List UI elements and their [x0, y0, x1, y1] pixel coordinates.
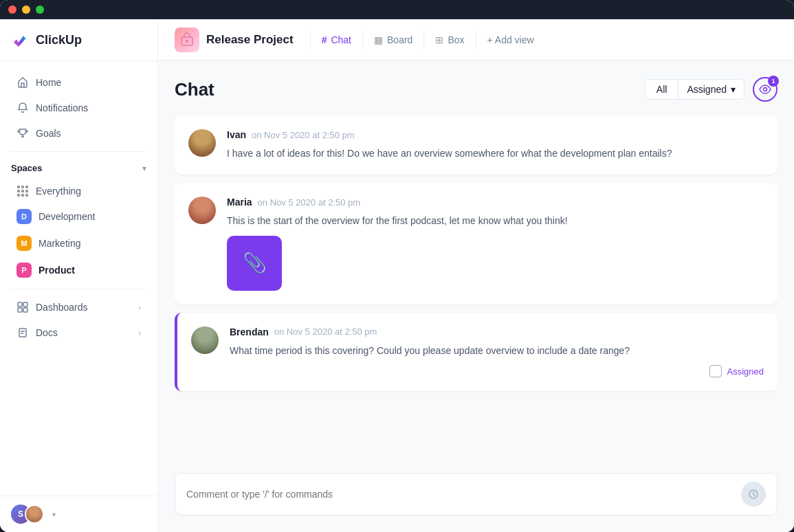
eye-button[interactable]: 1: [753, 77, 778, 102]
brendan-author: Brendan: [230, 326, 269, 337]
sidebar-item-home[interactable]: Home: [5, 70, 152, 95]
dashboards-chevron-icon: ›: [138, 303, 141, 311]
assigned-label: Assigned: [727, 366, 764, 377]
send-button[interactable]: [741, 482, 766, 507]
clickup-logo-icon: [11, 30, 30, 49]
tab-chat[interactable]: # Chat: [313, 29, 360, 51]
project-icon: [175, 27, 199, 52]
sidebar-item-marketing[interactable]: M Marketing: [5, 230, 152, 256]
maria-text: This is the start of the overview for th…: [227, 213, 764, 228]
maria-author: Maria: [227, 197, 252, 208]
tab-box[interactable]: ⊞ Box: [427, 29, 472, 51]
topbar: Release Project # Chat ▦ Board ⊞ Box: [158, 19, 794, 60]
eye-badge: 1: [768, 76, 779, 87]
sidebar-item-docs[interactable]: Docs ›: [5, 320, 152, 345]
tab-divider: [310, 32, 311, 48]
sidebar-item-everything[interactable]: Everything: [5, 179, 152, 203]
maximize-dot[interactable]: [36, 5, 44, 14]
assigned-filter-chevron-icon: ▾: [731, 84, 736, 95]
svg-point-6: [764, 88, 767, 91]
maria-message-content: Maria on Nov 5 2020 at 2:50 pm This is t…: [227, 197, 764, 290]
sidebar-item-goals[interactable]: Goals: [5, 121, 152, 146]
sidebar-item-development[interactable]: D Development: [5, 203, 152, 230]
main-content: Release Project # Chat ▦ Board ⊞ Box: [158, 19, 794, 532]
sidebar-item-notifications[interactable]: Notifications: [5, 96, 152, 120]
box-icon: ⊞: [435, 34, 443, 45]
ivan-author: Ivan: [227, 129, 246, 140]
sidebar-item-dashboards[interactable]: Dashboards ›: [5, 295, 152, 320]
avatar-user: [25, 505, 44, 524]
trophy-icon: [16, 127, 29, 140]
tab-board[interactable]: ▦ Board: [366, 29, 421, 51]
ivan-message-content: Ivan on Nov 5 2020 at 2:50 pm I have a l…: [227, 129, 764, 161]
spaces-section-header: Spaces ▾: [0, 157, 157, 179]
spaces-chevron-icon[interactable]: ▾: [142, 164, 146, 173]
tab-divider-4: [476, 32, 476, 48]
comment-input[interactable]: [186, 489, 741, 500]
logo[interactable]: ClickUp: [11, 30, 146, 49]
maria-time: on Nov 5 2020 at 2:50 pm: [258, 197, 361, 208]
svg-rect-0: [18, 302, 22, 307]
docs-chevron-icon: ›: [138, 329, 141, 337]
tab-divider-2: [362, 32, 363, 48]
docs-icon: [16, 326, 29, 339]
attachment-thumbnail[interactable]: 📎: [227, 236, 282, 291]
home-icon: [16, 76, 29, 89]
brendan-text: What time period is this covering? Could…: [230, 343, 764, 358]
filter-all-button[interactable]: All: [645, 79, 679, 100]
board-icon: ▦: [374, 34, 383, 45]
chat-hash-icon: #: [322, 34, 327, 45]
svg-rect-3: [23, 308, 27, 312]
user-avatar-group[interactable]: S: [11, 505, 44, 524]
marketing-badge: M: [16, 236, 32, 251]
titlebar: [0, 0, 794, 19]
chat-title: Chat: [175, 79, 214, 100]
svg-rect-2: [18, 308, 22, 312]
development-badge: D: [16, 209, 32, 224]
table-row: Maria on Nov 5 2020 at 2:50 pm This is t…: [175, 183, 778, 304]
table-row: Ivan on Nov 5 2020 at 2:50 pm I have a l…: [175, 115, 778, 175]
footer-chevron-icon[interactable]: ▾: [52, 511, 56, 518]
chat-header: Chat All Assigned ▾ 1: [175, 77, 778, 102]
ivan-avatar: [188, 129, 216, 157]
brendan-message-content: Brendan on Nov 5 2020 at 2:50 pm What ti…: [230, 326, 764, 377]
ivan-meta: Ivan on Nov 5 2020 at 2:50 pm: [227, 129, 764, 140]
assigned-checkbox[interactable]: [709, 365, 722, 377]
brendan-time: on Nov 5 2020 at 2:50 pm: [274, 326, 377, 337]
minimize-dot[interactable]: [22, 5, 30, 14]
table-row: Brendan on Nov 5 2020 at 2:50 pm What ti…: [175, 313, 778, 391]
filter-assigned-button[interactable]: Assigned ▾: [679, 79, 745, 100]
messages-list: Ivan on Nov 5 2020 at 2:50 pm I have a l…: [175, 115, 778, 462]
maria-avatar: [188, 197, 216, 224]
sidebar-item-product[interactable]: P Product: [5, 257, 152, 283]
brendan-meta: Brendan on Nov 5 2020 at 2:50 pm: [230, 326, 764, 337]
svg-rect-1: [23, 302, 27, 307]
brendan-avatar: [191, 326, 219, 354]
ivan-time: on Nov 5 2020 at 2:50 pm: [252, 130, 355, 140]
dashboards-icon: [16, 301, 29, 313]
tab-divider-3: [423, 32, 424, 48]
close-dot[interactable]: [8, 5, 16, 14]
add-view-button[interactable]: + Add view: [479, 29, 542, 51]
grid-everything-icon: [16, 185, 29, 197]
assigned-row: Assigned: [230, 365, 764, 377]
sidebar: ClickUp Home Notifications: [0, 19, 158, 532]
bell-icon: [16, 102, 29, 114]
paperclip-icon: 📎: [243, 252, 267, 274]
sidebar-footer: S ▾: [0, 496, 157, 532]
maria-meta: Maria on Nov 5 2020 at 2:50 pm: [227, 197, 764, 208]
chat-filters: All Assigned ▾: [645, 79, 745, 100]
chat-area: Chat All Assigned ▾ 1: [158, 60, 794, 532]
ivan-text: I have a lot of ideas for this! Do we ha…: [227, 146, 764, 161]
svg-point-5: [186, 40, 188, 43]
comment-input-area[interactable]: [175, 473, 778, 516]
project-title: Release Project: [206, 33, 294, 47]
send-icon: [747, 488, 760, 500]
divider-2: [11, 289, 146, 289]
divider: [11, 151, 146, 152]
product-badge: P: [16, 263, 32, 278]
